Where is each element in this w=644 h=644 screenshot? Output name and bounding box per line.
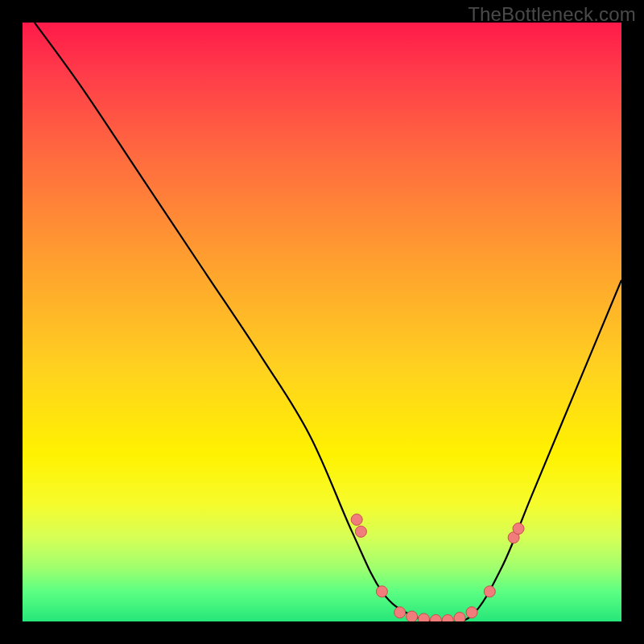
- chart-frame: TheBottleneck.com: [0, 0, 644, 644]
- marker-dot: [466, 607, 477, 618]
- marker-dot: [407, 611, 418, 621]
- marker-dot: [419, 613, 430, 621]
- marker-dot: [351, 514, 362, 526]
- plot-area: [23, 23, 621, 621]
- marker-dot: [454, 613, 465, 622]
- curve-svg: [23, 23, 621, 621]
- marker-dot: [394, 607, 406, 618]
- marker-dot: [484, 586, 495, 597]
- marker-dot: [513, 523, 524, 535]
- bottleneck-curve: [35, 23, 621, 621]
- marker-dot: [355, 526, 366, 537]
- marker-dot: [430, 615, 441, 622]
- marker-dots: [351, 514, 524, 622]
- marker-dot: [442, 615, 453, 622]
- marker-dot: [376, 586, 387, 597]
